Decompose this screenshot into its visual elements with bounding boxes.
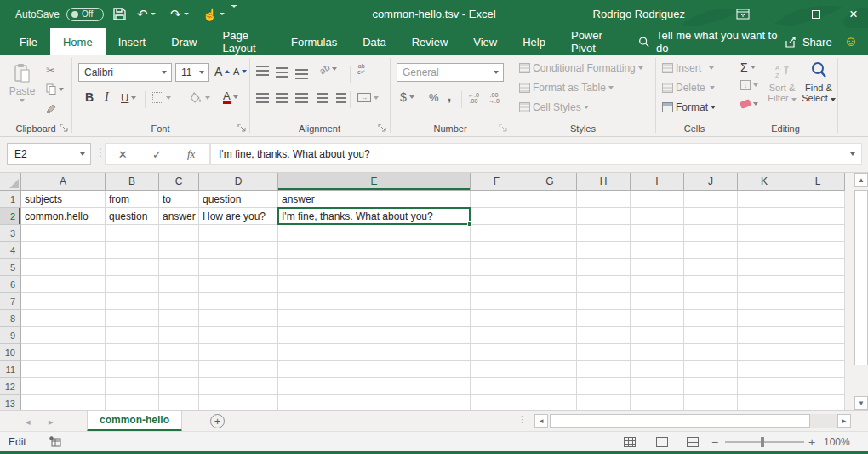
- cell-H3[interactable]: [577, 225, 631, 242]
- cell-E4[interactable]: [278, 242, 471, 259]
- increase-indent-button[interactable]: [336, 93, 346, 103]
- name-box[interactable]: E2: [7, 143, 91, 165]
- cell-F8[interactable]: [471, 310, 523, 327]
- shrink-font-button[interactable]: A: [233, 66, 247, 77]
- cell-A5[interactable]: [21, 259, 106, 276]
- row-header-4[interactable]: 4: [0, 242, 21, 259]
- cell-H13[interactable]: [577, 395, 631, 410]
- cell-H7[interactable]: [577, 293, 631, 310]
- autosave-toggle[interactable]: Off: [66, 0, 104, 28]
- scroll-right-button[interactable]: ►: [837, 414, 851, 428]
- cancel-button[interactable]: ✕: [106, 148, 140, 161]
- tab-review[interactable]: Review: [399, 28, 461, 55]
- cell-C1[interactable]: to: [159, 191, 199, 208]
- cell-K2[interactable]: [738, 208, 791, 225]
- cell-K11[interactable]: [738, 361, 791, 378]
- cell-J1[interactable]: [684, 191, 738, 208]
- cell-B1[interactable]: from: [106, 191, 159, 208]
- cell-G8[interactable]: [523, 310, 577, 327]
- zoom-slider-track[interactable]: [725, 441, 804, 443]
- formula-input[interactable]: I'm fine, thanks. What about you?: [210, 143, 862, 165]
- cell-L4[interactable]: [791, 242, 845, 259]
- scroll-up-button[interactable]: ▲: [854, 173, 868, 187]
- cell-K7[interactable]: [738, 293, 791, 310]
- cell-I8[interactable]: [631, 310, 684, 327]
- cut-button[interactable]: ✂: [46, 64, 55, 77]
- cell-H8[interactable]: [577, 310, 631, 327]
- align-top-button[interactable]: [256, 66, 269, 76]
- page-break-view-button[interactable]: [687, 437, 699, 447]
- cell-K3[interactable]: [738, 225, 791, 242]
- decrease-indent-button[interactable]: [317, 93, 328, 103]
- sort-filter-button[interactable]: AZ Sort &Filter: [764, 62, 800, 103]
- font-color-button[interactable]: A: [223, 90, 238, 104]
- decrease-decimal-button[interactable]: .00→.0: [488, 92, 500, 104]
- cell-E7[interactable]: [278, 293, 471, 310]
- column-header-K[interactable]: K: [738, 173, 791, 191]
- feedback-smiley-icon[interactable]: ☺: [844, 35, 858, 49]
- cell-D10[interactable]: [199, 344, 278, 361]
- font-color-caret-icon[interactable]: [233, 95, 238, 99]
- column-header-E[interactable]: E: [278, 173, 471, 191]
- cell-L8[interactable]: [791, 310, 845, 327]
- cell-C6[interactable]: [159, 276, 199, 293]
- cell-J4[interactable]: [684, 242, 738, 259]
- fill-color-button[interactable]: [191, 92, 210, 103]
- clear-caret-icon[interactable]: [753, 102, 758, 106]
- cell-D3[interactable]: [199, 225, 278, 242]
- cell-A12[interactable]: [21, 378, 106, 395]
- delete-cells-button[interactable]: Delete: [662, 82, 715, 94]
- insert-function-button[interactable]: fx: [174, 147, 208, 161]
- align-left-button[interactable]: [256, 93, 269, 103]
- cell-F13[interactable]: [471, 395, 523, 410]
- cell-C8[interactable]: [159, 310, 199, 327]
- cell-J6[interactable]: [684, 276, 738, 293]
- cell-D9[interactable]: [199, 327, 278, 344]
- cell-A1[interactable]: subjects: [21, 191, 106, 208]
- italic-button[interactable]: I: [105, 90, 109, 104]
- underline-button[interactable]: U: [121, 91, 136, 104]
- cell-styles-button[interactable]: Cell Styles: [519, 101, 589, 113]
- cell-I11[interactable]: [631, 361, 684, 378]
- scroll-left-button[interactable]: ◄: [534, 414, 548, 428]
- align-center-button[interactable]: [276, 93, 288, 103]
- cell-E8[interactable]: [278, 310, 471, 327]
- redo-caret-icon[interactable]: [184, 13, 189, 15]
- percent-style-button[interactable]: %: [429, 91, 439, 104]
- cell-I6[interactable]: [631, 276, 684, 293]
- autosum-caret-icon[interactable]: [751, 66, 756, 69]
- cell-F6[interactable]: [471, 276, 523, 293]
- row-header-12[interactable]: 12: [0, 378, 21, 395]
- borders-caret-icon[interactable]: [166, 96, 171, 100]
- cell-K12[interactable]: [738, 378, 791, 395]
- underline-caret-icon[interactable]: [131, 96, 136, 100]
- cell-G9[interactable]: [523, 327, 577, 344]
- cell-J3[interactable]: [684, 225, 738, 242]
- page-layout-view-button[interactable]: [656, 437, 668, 447]
- cell-B12[interactable]: [106, 378, 159, 395]
- horizontal-scroll-thumb[interactable]: [550, 414, 810, 428]
- cell-I12[interactable]: [631, 378, 684, 395]
- name-box-caret-icon[interactable]: [80, 152, 85, 156]
- number-format-combo[interactable]: General: [397, 63, 504, 82]
- cell-D12[interactable]: [199, 378, 278, 395]
- cell-C11[interactable]: [159, 361, 199, 378]
- cell-C4[interactable]: [159, 242, 199, 259]
- maximize-button[interactable]: [802, 0, 831, 28]
- clear-button[interactable]: [740, 101, 758, 107]
- font-size-combo[interactable]: 11: [175, 63, 209, 82]
- cell-F4[interactable]: [471, 242, 523, 259]
- cell-G12[interactable]: [523, 378, 577, 395]
- format-painter-button[interactable]: [46, 103, 57, 114]
- cell-B4[interactable]: [106, 242, 159, 259]
- cell-B8[interactable]: [106, 310, 159, 327]
- paste-button[interactable]: Paste: [3, 60, 41, 121]
- cell-F11[interactable]: [471, 361, 523, 378]
- cell-K13[interactable]: [738, 395, 791, 410]
- row-header-8[interactable]: 8: [0, 310, 21, 327]
- cell-L12[interactable]: [791, 378, 845, 395]
- cell-B11[interactable]: [106, 361, 159, 378]
- cell-J2[interactable]: [684, 208, 738, 225]
- cell-F1[interactable]: [471, 191, 523, 208]
- cell-G6[interactable]: [523, 276, 577, 293]
